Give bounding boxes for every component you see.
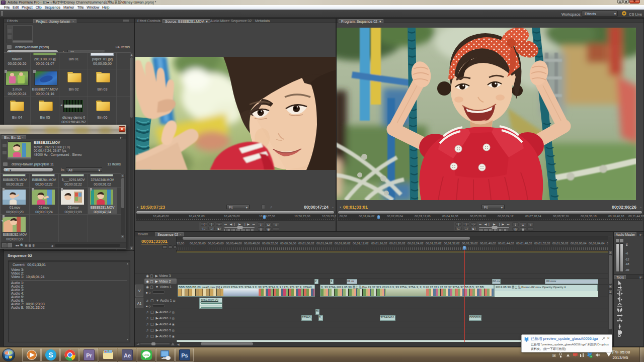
svg-text:Ps: Ps <box>181 352 188 358</box>
svg-text:Ae: Ae <box>124 352 131 358</box>
svg-text:LINE: LINE <box>143 353 149 356</box>
svg-text:Pr: Pr <box>86 352 92 358</box>
svg-text:S: S <box>48 351 53 359</box>
